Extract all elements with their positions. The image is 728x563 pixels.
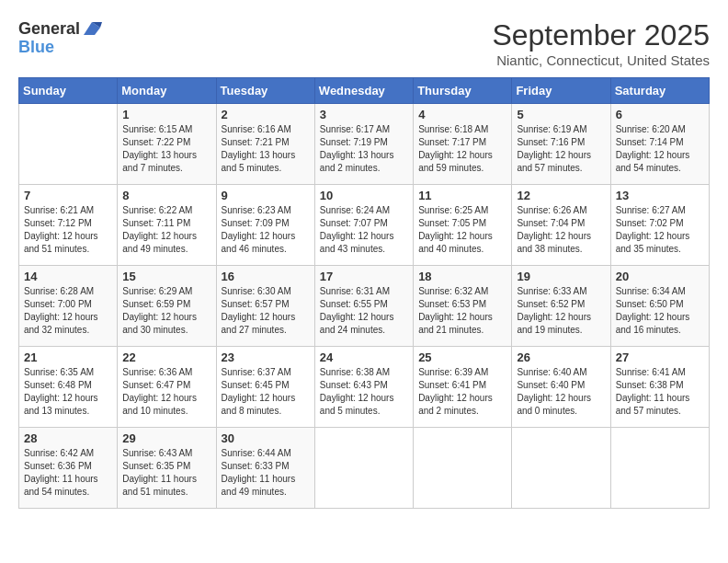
calendar-day-cell <box>414 428 512 509</box>
calendar-header-row: SundayMondayTuesdayWednesdayThursdayFrid… <box>19 78 710 104</box>
day-info: Sunrise: 6:34 AMSunset: 6:50 PMDaylight:… <box>616 285 704 337</box>
day-info: Sunrise: 6:37 AMSunset: 6:45 PMDaylight:… <box>222 366 310 418</box>
day-info: Sunrise: 6:28 AMSunset: 7:00 PMDaylight:… <box>24 285 112 337</box>
day-info: Sunrise: 6:15 AMSunset: 7:22 PMDaylight:… <box>122 123 210 175</box>
logo-icon <box>82 18 102 39</box>
day-number: 25 <box>418 350 506 364</box>
calendar-week-row: 1Sunrise: 6:15 AMSunset: 7:22 PMDaylight… <box>19 104 710 185</box>
day-number: 30 <box>222 431 310 445</box>
day-number: 12 <box>517 189 605 202</box>
day-info: Sunrise: 6:21 AMSunset: 7:12 PMDaylight:… <box>24 204 112 256</box>
calendar-day-cell: 25Sunrise: 6:39 AMSunset: 6:41 PMDayligh… <box>414 347 512 428</box>
day-info: Sunrise: 6:38 AMSunset: 6:43 PMDaylight:… <box>320 366 408 418</box>
day-number: 20 <box>616 270 704 283</box>
day-info: Sunrise: 6:26 AMSunset: 7:04 PMDaylight:… <box>517 204 605 256</box>
calendar-day-cell: 27Sunrise: 6:41 AMSunset: 6:38 PMDayligh… <box>610 347 709 428</box>
day-info: Sunrise: 6:18 AMSunset: 7:17 PMDaylight:… <box>418 123 506 175</box>
day-number: 18 <box>418 270 506 283</box>
calendar-week-row: 14Sunrise: 6:28 AMSunset: 7:00 PMDayligh… <box>19 266 710 347</box>
day-info: Sunrise: 6:41 AMSunset: 6:38 PMDaylight:… <box>616 366 704 418</box>
day-number: 11 <box>418 189 506 202</box>
logo-blue: Blue <box>18 38 54 56</box>
day-number: 5 <box>517 108 605 121</box>
day-of-week-header: Friday <box>512 78 610 104</box>
calendar-day-cell: 11Sunrise: 6:25 AMSunset: 7:05 PMDayligh… <box>414 185 512 266</box>
page-header: General Blue September 2025 Niantic, Con… <box>18 18 710 68</box>
day-info: Sunrise: 6:16 AMSunset: 7:21 PMDaylight:… <box>222 123 310 175</box>
day-of-week-header: Monday <box>118 78 216 104</box>
day-number: 9 <box>222 189 310 202</box>
day-number: 4 <box>418 108 506 121</box>
calendar-day-cell: 20Sunrise: 6:34 AMSunset: 6:50 PMDayligh… <box>610 266 709 347</box>
calendar-day-cell: 21Sunrise: 6:35 AMSunset: 6:48 PMDayligh… <box>19 347 118 428</box>
day-info: Sunrise: 6:42 AMSunset: 6:36 PMDaylight:… <box>24 447 112 499</box>
calendar-day-cell: 16Sunrise: 6:30 AMSunset: 6:57 PMDayligh… <box>216 266 314 347</box>
calendar-day-cell <box>512 428 610 509</box>
day-info: Sunrise: 6:29 AMSunset: 6:59 PMDaylight:… <box>122 285 210 337</box>
day-number: 14 <box>24 270 112 283</box>
day-number: 1 <box>122 108 210 121</box>
day-info: Sunrise: 6:20 AMSunset: 7:14 PMDaylight:… <box>616 123 704 175</box>
day-number: 21 <box>24 350 112 364</box>
day-number: 16 <box>222 270 310 283</box>
day-info: Sunrise: 6:32 AMSunset: 6:53 PMDaylight:… <box>418 285 506 337</box>
day-of-week-header: Saturday <box>610 78 709 104</box>
calendar-body: 1Sunrise: 6:15 AMSunset: 7:22 PMDaylight… <box>19 104 710 509</box>
day-of-week-header: Thursday <box>414 78 512 104</box>
month-title: September 2025 <box>492 18 710 52</box>
day-number: 28 <box>24 431 112 445</box>
day-info: Sunrise: 6:35 AMSunset: 6:48 PMDaylight:… <box>24 366 112 418</box>
day-of-week-header: Tuesday <box>216 78 314 104</box>
calendar-week-row: 7Sunrise: 6:21 AMSunset: 7:12 PMDaylight… <box>19 185 710 266</box>
day-info: Sunrise: 6:33 AMSunset: 6:52 PMDaylight:… <box>517 285 605 337</box>
day-number: 19 <box>517 270 605 283</box>
calendar-day-cell <box>610 428 709 509</box>
day-number: 29 <box>122 431 210 445</box>
calendar-day-cell: 10Sunrise: 6:24 AMSunset: 7:07 PMDayligh… <box>314 185 413 266</box>
day-info: Sunrise: 6:23 AMSunset: 7:09 PMDaylight:… <box>222 204 310 256</box>
calendar-day-cell: 3Sunrise: 6:17 AMSunset: 7:19 PMDaylight… <box>314 104 413 185</box>
calendar-day-cell: 23Sunrise: 6:37 AMSunset: 6:45 PMDayligh… <box>216 347 314 428</box>
day-number: 23 <box>222 350 310 364</box>
calendar-day-cell: 17Sunrise: 6:31 AMSunset: 6:55 PMDayligh… <box>314 266 413 347</box>
day-info: Sunrise: 6:36 AMSunset: 6:47 PMDaylight:… <box>122 366 210 418</box>
day-number: 27 <box>616 350 704 364</box>
day-info: Sunrise: 6:39 AMSunset: 6:41 PMDaylight:… <box>418 366 506 418</box>
calendar-day-cell: 5Sunrise: 6:19 AMSunset: 7:16 PMDaylight… <box>512 104 610 185</box>
calendar-day-cell: 19Sunrise: 6:33 AMSunset: 6:52 PMDayligh… <box>512 266 610 347</box>
calendar-day-cell: 14Sunrise: 6:28 AMSunset: 7:00 PMDayligh… <box>19 266 118 347</box>
day-number: 26 <box>517 350 605 364</box>
day-number: 13 <box>616 189 704 202</box>
day-info: Sunrise: 6:31 AMSunset: 6:55 PMDaylight:… <box>320 285 408 337</box>
day-info: Sunrise: 6:30 AMSunset: 6:57 PMDaylight:… <box>222 285 310 337</box>
calendar-day-cell: 22Sunrise: 6:36 AMSunset: 6:47 PMDayligh… <box>118 347 216 428</box>
calendar-table: SundayMondayTuesdayWednesdayThursdayFrid… <box>18 77 710 509</box>
title-block: September 2025 Niantic, Connecticut, Uni… <box>492 18 710 68</box>
calendar-day-cell <box>19 104 118 185</box>
calendar-day-cell: 26Sunrise: 6:40 AMSunset: 6:40 PMDayligh… <box>512 347 610 428</box>
calendar-day-cell: 28Sunrise: 6:42 AMSunset: 6:36 PMDayligh… <box>19 428 118 509</box>
day-number: 3 <box>320 108 408 121</box>
calendar-day-cell: 8Sunrise: 6:22 AMSunset: 7:11 PMDaylight… <box>118 185 216 266</box>
day-number: 10 <box>320 189 408 202</box>
calendar-day-cell: 12Sunrise: 6:26 AMSunset: 7:04 PMDayligh… <box>512 185 610 266</box>
calendar-day-cell: 9Sunrise: 6:23 AMSunset: 7:09 PMDaylight… <box>216 185 314 266</box>
day-info: Sunrise: 6:40 AMSunset: 6:40 PMDaylight:… <box>517 366 605 418</box>
day-of-week-header: Sunday <box>19 78 118 104</box>
day-info: Sunrise: 6:27 AMSunset: 7:02 PMDaylight:… <box>616 204 704 256</box>
day-info: Sunrise: 6:24 AMSunset: 7:07 PMDaylight:… <box>320 204 408 256</box>
day-number: 6 <box>616 108 704 121</box>
logo: General Blue <box>18 18 102 56</box>
day-number: 24 <box>320 350 408 364</box>
calendar-day-cell: 4Sunrise: 6:18 AMSunset: 7:17 PMDaylight… <box>414 104 512 185</box>
calendar-day-cell: 30Sunrise: 6:44 AMSunset: 6:33 PMDayligh… <box>216 428 314 509</box>
calendar-day-cell: 15Sunrise: 6:29 AMSunset: 6:59 PMDayligh… <box>118 266 216 347</box>
calendar-day-cell: 24Sunrise: 6:38 AMSunset: 6:43 PMDayligh… <box>314 347 413 428</box>
day-number: 8 <box>122 189 210 202</box>
calendar-day-cell: 1Sunrise: 6:15 AMSunset: 7:22 PMDaylight… <box>118 104 216 185</box>
day-number: 7 <box>24 189 112 202</box>
location-title: Niantic, Connecticut, United States <box>492 52 710 68</box>
calendar-day-cell: 18Sunrise: 6:32 AMSunset: 6:53 PMDayligh… <box>414 266 512 347</box>
day-number: 17 <box>320 270 408 283</box>
calendar-week-row: 21Sunrise: 6:35 AMSunset: 6:48 PMDayligh… <box>19 347 710 428</box>
